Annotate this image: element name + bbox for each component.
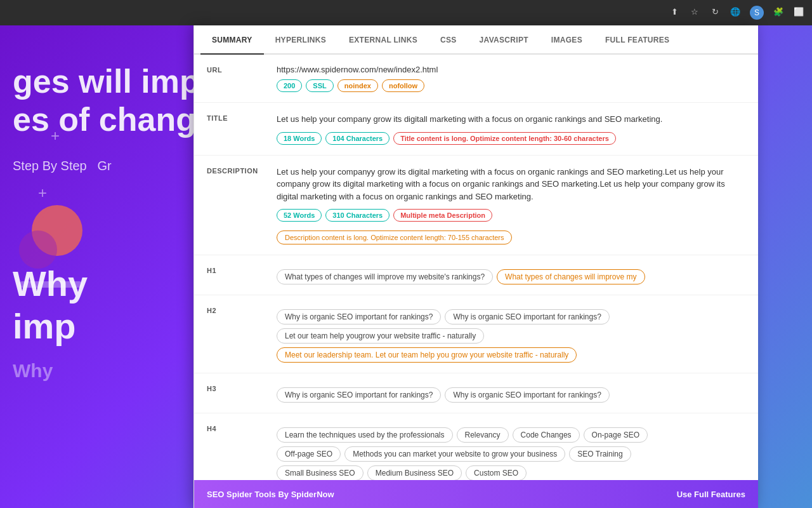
browser-chrome: ⬆ ☆ ↻ 🌐 S 🧩 ⬜ (0, 0, 812, 25)
profile-icon[interactable]: S (750, 6, 764, 20)
h2-tag-1: Why is organic SEO important for ranking… (277, 309, 441, 324)
h4-tag-7: Small Business SEO (277, 465, 363, 480)
badge-200: 200 (277, 79, 302, 92)
title-content: Let us help your company grow its digita… (277, 113, 745, 145)
h3-tag-1: Why is organic SEO important for ranking… (277, 387, 441, 403)
description-badges: 52 Words 310 Characters Multiple meta De… (277, 209, 745, 222)
badge-title-warning: Title content is long. Optimize content … (393, 132, 616, 145)
h3-content: Why is organic SEO important for ranking… (277, 384, 745, 403)
badge-ssl: SSL (306, 79, 333, 92)
h2-tag-2: Why is organic SEO important for ranking… (445, 309, 609, 324)
h4-tag-2: Code Changes (513, 427, 580, 443)
plus-decoration-1: + (51, 127, 60, 145)
h3-tag-2: Why is organic SEO important for ranking… (445, 387, 609, 403)
h4-tag-8: Medium Business SEO (367, 465, 462, 480)
share-icon[interactable]: ⬆ (669, 6, 680, 17)
h4-tags-3: Small Business SEO Medium Business SEO C… (277, 465, 745, 480)
badge-desc-chars: 310 Characters (325, 209, 390, 222)
h4-tag-4: Off-page SEO (277, 446, 341, 462)
tab-images[interactable]: IMAGES (540, 25, 594, 55)
h4-label: H4 (207, 424, 264, 432)
url-label: URL (207, 65, 264, 74)
panel-content[interactable]: URL https://www.spidernow.com/new/index2… (194, 55, 758, 480)
h4-tag-5: Methods you can market your website to g… (344, 446, 565, 462)
description-label: DESCRIPTION (207, 166, 264, 175)
browser-toolbar: ⬆ ☆ ↻ 🌐 S 🧩 ⬜ (669, 6, 804, 20)
maximize-icon[interactable]: ⬜ (793, 6, 804, 17)
h2-row: H2 Why is organic SEO important for rank… (194, 295, 758, 373)
tab-full-features[interactable]: FULL FEATURES (594, 25, 681, 55)
h2-tag-orange: Meet our leadership team. Let our team h… (277, 347, 577, 363)
h1-label: H1 (207, 265, 264, 274)
h2-content: Why is organic SEO important for ranking… (277, 305, 745, 363)
description-content: Let us help your companyy grow its digit… (277, 166, 745, 245)
title-label: TITLE (207, 113, 264, 122)
bottom-bar: SEO Spider Tools By SpiderNow Use Full F… (194, 480, 758, 508)
tab-javascript[interactable]: JAVASCRIPT (468, 25, 540, 55)
footer-plain: SEO Spider Tools By (207, 490, 291, 499)
tab-external-links[interactable]: EXTERNAL LINKS (337, 25, 429, 55)
h4-content: Learn the techniques used by the profess… (277, 424, 745, 480)
tab-hyperlinks[interactable]: HYPERLINKS (264, 25, 337, 55)
h2-tags-2: Let our team help yougrow your website t… (277, 328, 745, 344)
url-value: https://www.spidernow.com/new/index2.htm… (277, 65, 745, 74)
badge-noindex: noindex (337, 79, 378, 92)
h4-row: H4 Learn the techniques used by the prof… (194, 413, 758, 480)
h2-label: H2 (207, 305, 264, 314)
url-row: URL https://www.spidernow.com/new/index2… (194, 55, 758, 103)
h2-tag-normal: Let our team help yougrow your website t… (277, 328, 484, 344)
badge-desc-multiple: Multiple meta Description (393, 209, 492, 222)
globe-icon[interactable]: 🌐 (730, 6, 741, 17)
tab-css[interactable]: CSS (429, 25, 468, 55)
title-row: TITLE Let us help your company grow its … (194, 103, 758, 156)
refresh-icon[interactable]: ↻ (709, 6, 721, 17)
tab-bar: SUMMARY HYPERLINKS EXTERNAL LINKS CSS JA… (194, 25, 758, 55)
footer-text: SEO Spider Tools By SpiderNow (207, 490, 334, 499)
title-badges: 18 Words 104 Characters Title content is… (277, 132, 745, 145)
h4-tag-6: SEO Training (569, 446, 631, 462)
puzzle-icon[interactable]: 🧩 (773, 6, 784, 17)
h3-row: H3 Why is organic SEO important for rank… (194, 373, 758, 413)
title-value: Let us help your company grow its digita… (277, 113, 745, 126)
star-icon[interactable]: ☆ (689, 6, 700, 17)
h4-tag-1: Relevancy (457, 427, 509, 443)
url-badges: 200 SSL noindex nofollow (277, 79, 745, 92)
h4-tags-2: Off-page SEO Methods you can market your… (277, 446, 745, 462)
description-row: DESCRIPTION Let us help your companyy gr… (194, 156, 758, 256)
h1-tags: What types of changes will improve my we… (277, 269, 745, 284)
h3-label: H3 (207, 384, 264, 392)
h1-content: What types of changes will improve my we… (277, 265, 745, 284)
badge-title-words: 18 Words (277, 132, 322, 145)
h4-tags-1: Learn the techniques used by the profess… (277, 427, 745, 443)
url-content: https://www.spidernow.com/new/index2.htm… (277, 65, 745, 92)
h2-tags-1: Why is organic SEO important for ranking… (277, 309, 745, 324)
description-value: Let us help your companyy grow its digit… (277, 166, 745, 203)
plus-decoration-2: + (38, 184, 47, 202)
h4-tag-0: Learn the techniques used by the profess… (277, 427, 453, 443)
seo-panel: SUMMARY HYPERLINKS EXTERNAL LINKS CSS JA… (193, 25, 758, 508)
h1-row: H1 What types of changes will improve my… (194, 255, 758, 295)
h1-tag-2: What types of changes will improve my (497, 269, 645, 284)
tab-summary[interactable]: SUMMARY (200, 25, 264, 55)
h4-tag-9: Custom SEO (466, 465, 527, 480)
badge-title-chars: 104 Characters (325, 132, 390, 145)
footer-brand: SpiderNow (291, 490, 334, 499)
h3-tags: Why is organic SEO important for ranking… (277, 387, 745, 403)
badge-nofollow: nofollow (382, 79, 424, 92)
h4-tag-3: On-page SEO (584, 427, 648, 443)
h1-tag-1: What types of changes will improve my we… (277, 269, 493, 284)
badge-desc-words: 52 Words (277, 209, 322, 222)
h2-tags-3: Meet our leadership team. Let our team h… (277, 347, 745, 363)
use-full-features-button[interactable]: Use Full Features (677, 490, 745, 499)
description-long-warning: Description content is long. Optimize co… (277, 231, 512, 244)
